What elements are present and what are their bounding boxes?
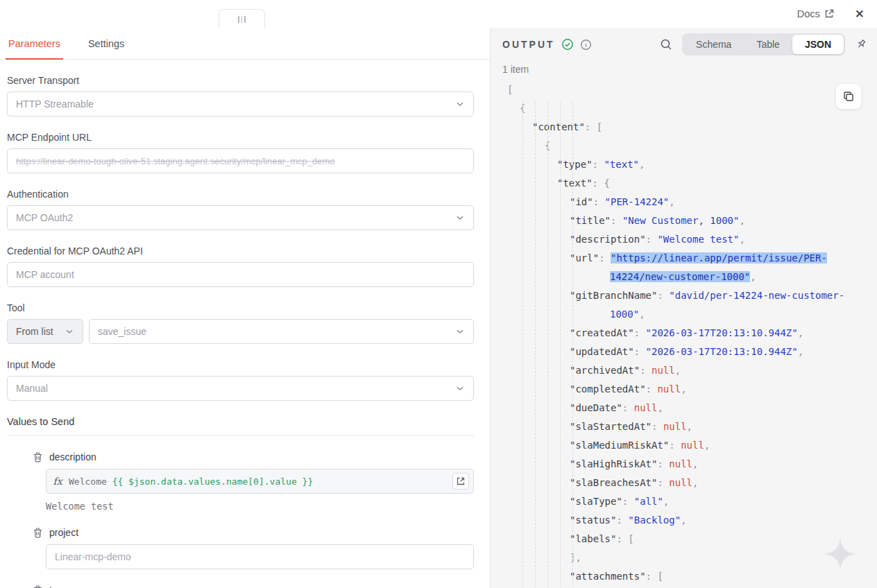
- tool-label: Tool: [7, 302, 474, 313]
- chevron-down-icon: [455, 213, 465, 223]
- credential-select[interactable]: MCP account: [7, 262, 474, 287]
- json-line: "createdAt": "2026-03-17T20:13:10.944Z",: [502, 324, 866, 343]
- json-line: {: [502, 99, 866, 118]
- close-button[interactable]: ✕: [855, 8, 865, 20]
- panel-drag-handle[interactable]: [219, 9, 265, 28]
- tab-settings[interactable]: Settings: [87, 38, 126, 59]
- json-line: "description": "Welcome test",: [502, 230, 866, 249]
- pin-icon[interactable]: [855, 38, 867, 51]
- field-description: description fx Welcome {{ $json.data.val…: [7, 451, 474, 512]
- project-input[interactable]: [55, 551, 465, 562]
- view-json-button[interactable]: JSON: [792, 35, 844, 54]
- endpoint-url-input[interactable]: [16, 156, 465, 166]
- search-icon[interactable]: [660, 38, 672, 51]
- authentication-value: MCP OAuth2: [16, 212, 73, 223]
- field-project: project: [7, 527, 474, 569]
- field-name: project: [49, 527, 78, 538]
- chevron-down-icon: [455, 99, 465, 109]
- output-title: OUTPUT: [502, 39, 555, 50]
- authentication-label: Authentication: [7, 189, 474, 200]
- tool-mode-value: From list: [16, 326, 53, 337]
- topbar: Docs ✕: [0, 0, 877, 28]
- json-line: "slaMediumRiskAt": null,: [502, 436, 866, 455]
- json-line: ],: [502, 548, 866, 567]
- endpoint-url-field[interactable]: [7, 148, 474, 173]
- json-line: {: [502, 137, 866, 155]
- tab-bar: Parameters Settings: [0, 28, 490, 60]
- json-line: "archivedAt": null,: [502, 361, 866, 380]
- info-icon[interactable]: [580, 39, 592, 51]
- input-mode-value: Manual: [16, 383, 48, 394]
- view-schema-button[interactable]: Schema: [683, 35, 744, 54]
- docs-label: Docs: [797, 8, 820, 19]
- json-line: "completedAt": null,: [502, 380, 866, 399]
- json-line: "dueDate": null,: [502, 399, 866, 417]
- server-transport-value: HTTP Streamable: [16, 98, 94, 110]
- tool-select[interactable]: save_issue: [89, 319, 474, 344]
- field-name: description: [49, 451, 96, 462]
- output-panel: OUTPUT Schema Table JSON: [491, 28, 877, 588]
- json-line: "slaHighRiskAt": null,: [502, 455, 866, 474]
- json-line: "gitBranchName": "david/per-14224-new-cu…: [502, 286, 866, 324]
- json-line: "title": "New Customer, 1000",: [502, 211, 866, 230]
- tab-parameters[interactable]: Parameters: [7, 38, 62, 59]
- json-line: "content": [: [502, 118, 866, 137]
- json-line: [: [502, 80, 866, 99]
- expression-result: Welcome test: [46, 501, 474, 512]
- chevron-down-icon: [65, 327, 74, 336]
- json-line: "url": "https://linear.app/permit/issue/…: [502, 249, 866, 286]
- json-line: "id": "PER-14224",: [502, 193, 866, 211]
- field-name: team: [49, 585, 71, 588]
- values-to-send-heading: Values to Send: [7, 416, 474, 436]
- server-transport-label: Server Transport: [7, 75, 474, 86]
- parameters-panel: Parameters Settings Server Transport HTT…: [0, 28, 491, 588]
- tool-value: save_issue: [98, 326, 146, 337]
- field-team: team: [7, 585, 474, 588]
- chevron-down-icon: [455, 327, 465, 336]
- json-view[interactable]: [{"content": [{"type": "text","text": {"…: [502, 80, 866, 588]
- json-line: "attachments": [: [502, 567, 866, 586]
- json-line: "slaBreachesAt": null,: [502, 474, 866, 492]
- json-line: "labels": [: [502, 530, 866, 548]
- authentication-select[interactable]: MCP OAuth2: [7, 205, 474, 230]
- json-line: "updatedAt": "2026-03-17T20:13:10.944Z",: [502, 343, 866, 361]
- json-line: "type": "text",: [502, 155, 866, 174]
- input-mode-select[interactable]: Manual: [7, 376, 474, 401]
- tool-mode-select[interactable]: From list: [7, 319, 83, 344]
- project-field[interactable]: [46, 544, 474, 569]
- json-tree: [{"content": [{"type": "text","text": {"…: [502, 80, 866, 588]
- json-line: "slaStartedAt": null,: [502, 417, 866, 436]
- chevron-down-icon: [455, 383, 465, 393]
- json-line: "text": {: [502, 174, 866, 193]
- view-switcher: Schema Table JSON: [682, 33, 845, 55]
- trash-icon[interactable]: [33, 452, 42, 462]
- node-details-view: Docs ✕ Parameters Settings Server Transp…: [0, 0, 877, 588]
- external-link-icon: [824, 9, 834, 19]
- copy-output-button[interactable]: [835, 83, 862, 110]
- input-mode-label: Input Mode: [7, 359, 474, 370]
- endpoint-url-label: MCP Endpoint URL: [7, 132, 474, 143]
- trash-icon[interactable]: [33, 528, 42, 538]
- docs-link[interactable]: Docs: [797, 8, 834, 19]
- credential-value: MCP account: [16, 269, 74, 280]
- open-expression-editor-button[interactable]: [452, 473, 469, 490]
- fx-prefix: fx: [46, 476, 69, 487]
- parameters-form: Server Transport HTTP Streamable MCP End…: [0, 60, 490, 588]
- item-count: 1 item: [491, 61, 877, 76]
- view-table-button[interactable]: Table: [744, 35, 792, 54]
- trash-icon[interactable]: [33, 585, 42, 588]
- output-header: OUTPUT Schema Table JSON: [491, 28, 877, 61]
- json-line: "status": "Backlog",: [502, 511, 866, 530]
- server-transport-select[interactable]: HTTP Streamable: [7, 92, 474, 116]
- expression-text: Welcome {{ $json.data.values.name[0].val…: [69, 476, 452, 487]
- credential-label: Credential for MCP OAuth2 API: [7, 245, 474, 257]
- json-line: "slaType": "all",: [502, 492, 866, 511]
- success-check-icon: [561, 38, 574, 51]
- description-expression-input[interactable]: fx Welcome {{ $json.data.values.name[0].…: [46, 469, 474, 494]
